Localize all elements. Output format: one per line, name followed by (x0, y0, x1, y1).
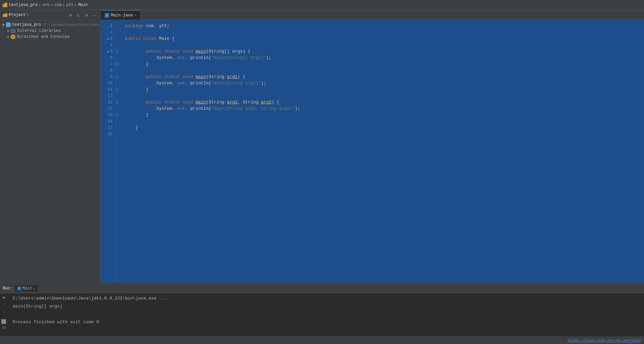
code-editor[interactable]: 1 2 ▶ 3 4 ▶ 5 6 7 8 9 10 11 12 13 14 (101, 20, 644, 283)
bookmark-icon-13: ⬡ (116, 100, 119, 104)
breadcrumb-src: src (42, 3, 50, 7)
gutter-5: ⬡ (116, 48, 122, 55)
sidebar-icons: ⊕ ⇅ ⚙ — (67, 12, 98, 18)
tab-main-java[interactable]: J Main.java ✕ (101, 10, 141, 20)
run-spacer (1, 316, 8, 318)
run-up-button[interactable]: ↑ (1, 302, 7, 308)
code-line-5: public static void main(String[] args) { (122, 48, 644, 55)
line-num-17: 17 (101, 124, 115, 131)
gutter-16 (116, 118, 122, 124)
tree-item-project[interactable]: testjava_pro D:\javaworkspace\testjava_p… (0, 22, 100, 28)
line-num-12: 12 (101, 93, 115, 99)
code-line-17: } (122, 124, 644, 131)
code-line-6: System. out. println("main(String[] args… (122, 55, 644, 61)
code-line-8 (122, 67, 644, 74)
scratch-icon (11, 34, 15, 39)
run-side-controls: ▶ ↑ ↓ ■ ⟳ (0, 293, 9, 337)
sidebar-tree: testjava_pro D:\javaworkspace\testjava_p… (0, 20, 100, 283)
status-url[interactable]: https://blog.csdn.net/qq_34474324 (568, 339, 641, 343)
minimize-icon[interactable]: — (91, 12, 98, 18)
dropdown-arrow-icon: ▼ (27, 13, 28, 17)
sidebar: Project ▼ ⊕ ⇅ ⚙ — testjava_pro D:\javawo… (0, 10, 101, 283)
editor-area: J Main.java ✕ 1 2 ▶ 3 4 ▶ 5 6 (101, 10, 644, 283)
gutter-17 (116, 124, 122, 131)
run-output-line-2: main(String[] args) (13, 303, 641, 310)
run-label: Run: (3, 286, 12, 291)
gutter-icons: ⬡ ⬡ ⬡ ⬡ ⬡ ⬡ (116, 20, 122, 283)
code-line-18 (122, 131, 644, 137)
breadcrumb-sep3: ▶ (63, 3, 65, 7)
breadcrumb-sep4: ▶ (75, 3, 77, 7)
project-name: testjava_pro (9, 3, 38, 7)
bookmark-icon-9: ⬡ (116, 75, 119, 79)
run-tab-close-icon[interactable]: ✕ (34, 286, 36, 290)
tree-project-path: D:\javaworkspace\testjava_pro (44, 23, 100, 27)
run-stop-button[interactable]: ■ (1, 319, 6, 324)
run-tab-label: Main (22, 286, 32, 291)
gutter-14 (116, 105, 122, 112)
sync-icon[interactable]: ⊕ (67, 12, 73, 18)
sidebar-title: Project ▼ (3, 13, 29, 17)
run-gutter-icon-3[interactable]: ▶ (108, 37, 110, 41)
tab-close-icon[interactable]: ✕ (134, 13, 136, 17)
gutter-15: ⬡ (116, 112, 122, 118)
code-line-11: } (122, 86, 644, 93)
line-num-3: ▶ 3 (101, 35, 115, 42)
gutter-3 (116, 35, 122, 42)
project-module-icon (6, 22, 11, 27)
main-content: Project ▼ ⊕ ⇅ ⚙ — testjava_pro D:\javawo… (0, 10, 644, 283)
line-num-15: 15 (101, 112, 115, 118)
ext-lib-icon (11, 28, 16, 33)
gutter-13: ⬡ (116, 99, 122, 105)
tree-item-external-libs[interactable]: External Libraries (0, 28, 100, 34)
code-line-3: public class Main { (122, 35, 644, 42)
bookmark-icon-15: ⬡ (116, 113, 119, 117)
breadcrumb-main: Main (78, 3, 88, 7)
tab-label: Main.java (111, 13, 133, 18)
line-num-18: 18 (101, 131, 115, 137)
code-line-4 (122, 42, 644, 48)
gutter-12 (116, 93, 122, 99)
gutter-2 (116, 29, 122, 35)
scratches-label: Scratches and Consoles (17, 34, 70, 39)
breadcrumb-com: com (54, 3, 62, 7)
breadcrumb: testjava_pro ▶ src ▶ com ▶ ytt ▶ Main (3, 3, 88, 7)
gutter-4 (116, 42, 122, 48)
gutter-11: ⬡ (116, 86, 122, 93)
code-line-14: System. out. println("main(String arg1, … (122, 105, 644, 112)
settings-icon[interactable]: ⚙ (83, 12, 89, 18)
gutter-6 (116, 55, 122, 61)
title-bar: testjava_pro ▶ src ▶ com ▶ ytt ▶ Main (0, 0, 644, 10)
run-gutter-icon-5[interactable]: ▶ (108, 50, 110, 54)
run-tab-main[interactable]: J Main ✕ (15, 285, 38, 291)
sidebar-header: Project ▼ ⊕ ⇅ ⚙ — (0, 10, 100, 20)
folder-small-icon (3, 13, 7, 17)
project-label: Project (9, 13, 25, 17)
run-rerun-button[interactable]: ⟳ (1, 325, 7, 331)
breadcrumb-sep1: ▶ (39, 3, 41, 7)
line-num-14: 14 (101, 105, 115, 112)
project-folder-icon (3, 3, 7, 7)
code-line-9: public static void main(String arg1) { (122, 74, 644, 80)
external-libs-label: External Libraries (17, 28, 61, 33)
tree-project-name: testjava_pro (12, 22, 41, 27)
line-num-9: 9 (101, 74, 115, 80)
code-line-13: public static void main(String arg1, Str… (122, 99, 644, 105)
code-line-16 (122, 118, 644, 124)
code-line-1: package com. ytt; (122, 23, 644, 29)
tree-item-scratches[interactable]: Scratches and Consoles (0, 34, 100, 40)
line-num-16: 16 (101, 118, 115, 124)
equalizer-icon[interactable]: ⇅ (75, 12, 81, 18)
line-num-11: 11 (101, 86, 115, 93)
code-line-15: } (122, 112, 644, 118)
run-down-button[interactable]: ↓ (1, 309, 7, 315)
code-text-area: package com. ytt; public class Main { pu… (122, 20, 644, 283)
run-play-button[interactable]: ▶ (1, 294, 7, 300)
code-line-2 (122, 29, 644, 35)
gutter-1 (116, 23, 122, 29)
gutter-8 (116, 67, 122, 74)
scratches-expand-icon (7, 35, 9, 38)
bookmark-icon-11: ⬡ (116, 87, 119, 92)
breadcrumb-ytt: ytt (66, 3, 74, 7)
line-num-2: 2 (101, 29, 115, 35)
